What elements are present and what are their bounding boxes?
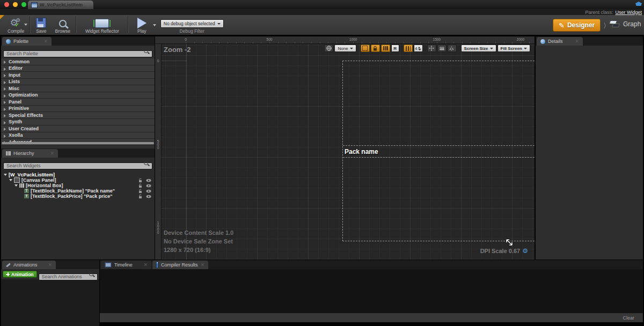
clear-button[interactable]: Clear — [623, 315, 634, 321]
vertical-ruler: 0 500 1000 — [155, 44, 162, 260]
preview-area-outline[interactable]: Pack name Pack price — [342, 61, 535, 241]
mode-separator-chevron-icon: 〉 — [603, 21, 610, 31]
expander-icon[interactable] — [4, 94, 6, 98]
hierarchy-tabstrip: Hierarchy ✕ — [1, 149, 155, 158]
expander-icon[interactable] — [4, 135, 6, 138]
expander-icon[interactable] — [4, 121, 6, 124]
palette-category-common[interactable]: Common — [1, 58, 155, 65]
palette-scrollbar[interactable] — [2, 142, 154, 144]
compiler-results-close-icon[interactable]: ✕ — [200, 263, 204, 268]
expander-icon[interactable] — [4, 101, 6, 104]
expander-icon[interactable] — [4, 87, 6, 91]
horizontal-box-widget[interactable]: Pack name Pack price — [343, 145, 535, 158]
play-options-caret[interactable] — [151, 15, 158, 35]
zoom-window-button[interactable] — [21, 2, 26, 7]
tutorial-cap-icon[interactable] — [635, 2, 642, 6]
tab-details[interactable]: Details ✕ — [537, 37, 583, 46]
tab-animations[interactable]: Animations ✕ — [2, 261, 56, 269]
expander-icon[interactable] — [4, 108, 6, 111]
tab-timeline[interactable]: Timeline ✕ — [101, 261, 151, 269]
tree-row-root[interactable]: [W_VcPackListItem] — [1, 172, 155, 177]
expander-icon[interactable] — [14, 184, 18, 187]
stepper-down-icon[interactable] — [418, 49, 421, 50]
preview-background-button[interactable] — [437, 45, 447, 52]
expander-icon[interactable] — [9, 179, 12, 181]
palette-category-lists[interactable]: Lists — [1, 79, 155, 86]
browse-button[interactable]: Browse — [51, 15, 75, 35]
expander-icon[interactable] — [4, 81, 6, 84]
screen-size-dropdown[interactable]: Screen Size — [461, 45, 496, 52]
grid-toggle-button[interactable] — [404, 45, 413, 52]
details-close-icon[interactable]: ✕ — [575, 39, 579, 44]
pack-name-textblock[interactable]: Pack name — [345, 148, 378, 155]
document-tab[interactable]: W_VcPackListItem ✕ — [28, 1, 93, 9]
parent-class-link[interactable]: User Widget — [615, 10, 642, 15]
culture-dropdown[interactable]: None — [334, 45, 356, 52]
designer-canvas[interactable]: 0 500 1000 1500 2000 0 500 1000 Zoom -2 … — [155, 36, 535, 260]
palette-category-panel[interactable]: Panel — [1, 99, 155, 106]
timeline-close-icon[interactable]: ✕ — [143, 263, 148, 268]
tab-compiler-results[interactable]: Compiler Results ✕ — [152, 261, 208, 269]
palette-category-optimization[interactable]: Optimization — [1, 92, 155, 99]
visibility-icon[interactable] — [146, 195, 151, 198]
widget-reflector-button[interactable]: Widget Reflector — [78, 15, 127, 35]
transform-mode-button[interactable] — [427, 45, 436, 52]
lock-icon[interactable] — [138, 178, 143, 183]
compile-button[interactable]: ⚙⚙✔ Compile — [0, 15, 28, 35]
visibility-icon[interactable] — [146, 179, 151, 182]
designer-mode-button[interactable]: ✎ Designer — [553, 19, 601, 32]
palette-category-editor[interactable]: Editor — [1, 65, 155, 72]
tree-row-canvas-panel[interactable]: [Canvas Panel] — [1, 177, 155, 183]
palette-category-input[interactable]: Input — [1, 72, 155, 79]
expander-icon[interactable] — [4, 68, 6, 71]
compile-options-caret-icon[interactable] — [24, 24, 27, 26]
tab-palette[interactable]: Palette ✕ — [2, 37, 52, 46]
play-button[interactable]: Play — [130, 15, 151, 35]
palette-category-xsolla[interactable]: Xsolla — [1, 132, 155, 139]
expander-icon[interactable] — [4, 114, 6, 117]
tab-close-icon[interactable]: ✕ — [86, 3, 90, 8]
dpi-settings-gear-icon[interactable]: ⚙ — [522, 248, 528, 254]
hierarchy-search-input[interactable] — [3, 162, 152, 169]
lock-widgets-toggle-button[interactable] — [371, 45, 380, 52]
animations-close-icon[interactable]: ✕ — [48, 263, 52, 268]
origin-axis-vertical — [186, 44, 187, 260]
lock-icon[interactable] — [138, 183, 143, 188]
main-toolbar: ⚙⚙✔ Compile Save Browse Widget Reflector… — [0, 15, 644, 35]
palette-category-misc[interactable]: Misc — [1, 85, 155, 92]
palette-category-user-created[interactable]: User Created — [1, 125, 155, 132]
tree-row-textblock-packprice[interactable]: T [TextBlock_PackPrice] "Pack price" — [1, 194, 155, 199]
visibility-icon[interactable] — [146, 189, 151, 193]
grid-size-stepper[interactable]: 4 — [414, 45, 423, 52]
minimize-window-button[interactable] — [13, 2, 18, 7]
hierarchy-close-icon[interactable]: ✕ — [50, 151, 54, 156]
expander-icon[interactable] — [4, 128, 6, 131]
expander-icon[interactable] — [4, 74, 6, 77]
expander-icon[interactable] — [4, 61, 6, 64]
palette-category-primitive[interactable]: Primitive — [1, 106, 155, 113]
visibility-icon[interactable] — [146, 184, 151, 188]
tab-hierarchy[interactable]: Hierarchy ✕ — [2, 149, 58, 158]
add-animation-button[interactable]: Animation — [3, 271, 37, 278]
graph-mode-button[interactable]: Graph — [610, 20, 641, 28]
outline-toggle-button[interactable] — [361, 45, 370, 52]
save-button[interactable]: Save — [32, 15, 50, 35]
expander-icon[interactable] — [4, 174, 7, 176]
stepper-up-icon[interactable] — [418, 47, 420, 48]
palette-category-special-effects[interactable]: Special Effects — [1, 112, 155, 119]
tree-row-textblock-packname[interactable]: T [TextBlock_PackName] "Pack name" — [1, 188, 155, 194]
tree-row-horizontal-box[interactable]: [Horizontal Box] — [1, 183, 155, 188]
close-window-button[interactable] — [4, 2, 9, 7]
fill-screen-dropdown[interactable]: Fill Screen — [497, 45, 530, 52]
lock-icon[interactable] — [138, 189, 143, 194]
lock-icon[interactable] — [138, 194, 143, 199]
respect-locks-button[interactable]: R — [391, 45, 399, 52]
palette-search-input[interactable] — [3, 50, 152, 57]
localization-preview-button[interactable] — [324, 45, 333, 52]
flip-preview-button[interactable] — [448, 45, 457, 52]
snap-grid-toggle-button[interactable] — [381, 45, 390, 52]
debug-object-dropdown[interactable]: No debug object selected — [160, 19, 224, 28]
document-tab-title: W_VcPackListItem — [40, 2, 84, 8]
palette-close-icon[interactable]: ✕ — [43, 39, 48, 44]
palette-category-synth[interactable]: Synth — [1, 119, 155, 126]
